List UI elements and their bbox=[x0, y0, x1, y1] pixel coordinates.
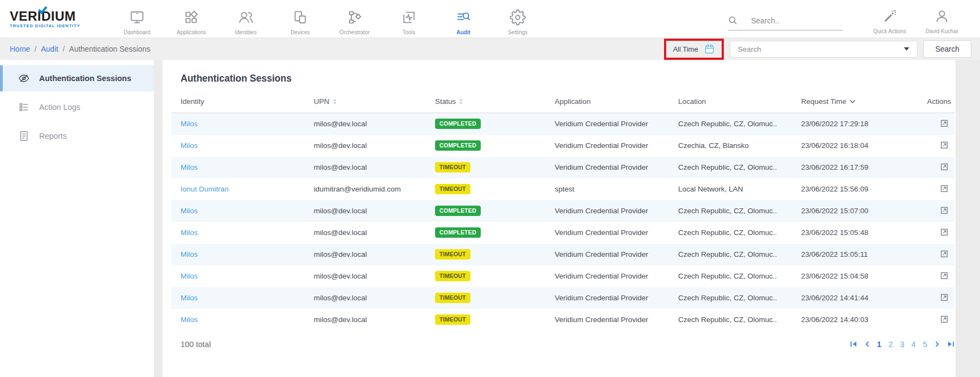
pagination-page-1[interactable]: 1 bbox=[877, 340, 882, 349]
application-cell: sptest bbox=[545, 178, 669, 200]
nav-label: Audit bbox=[456, 29, 470, 35]
breadcrumb: Home / Audit / Authentication Sessions bbox=[10, 45, 151, 53]
pagination-page-4[interactable]: 4 bbox=[911, 340, 916, 349]
nav-label: Applications bbox=[177, 29, 206, 35]
application-cell: Veridium Credential Provider bbox=[545, 287, 669, 309]
nav-item-dashboard[interactable]: Dashboard bbox=[110, 3, 164, 35]
request-time-cell: 23/06/2022 15:05:48 bbox=[792, 222, 910, 244]
table-row: Milos milos@dev.local TIMEOUT Veridium C… bbox=[171, 265, 954, 287]
nav-item-applications[interactable]: Applications bbox=[164, 3, 219, 35]
table-row: Milos milos@dev.local COMPLETED Veridium… bbox=[171, 135, 954, 157]
breadcrumb-home-link[interactable]: Home bbox=[10, 45, 30, 53]
status-badge: TIMEOUT bbox=[435, 271, 470, 281]
column-header-status[interactable]: Status bbox=[426, 91, 545, 113]
open-session-icon[interactable] bbox=[940, 119, 949, 129]
open-session-icon[interactable] bbox=[940, 271, 949, 282]
quick-actions-button[interactable]: Quick Actions bbox=[864, 3, 916, 34]
table-footer: 100 total 12345 bbox=[171, 340, 954, 349]
identity-link[interactable]: Milos bbox=[181, 141, 198, 150]
nav-item-orchestrator[interactable]: Orchestrator bbox=[327, 3, 382, 35]
sidebar-item-authentication-sessions[interactable]: Authentication Sessions bbox=[0, 65, 154, 91]
nav-item-devices[interactable]: Devices bbox=[273, 3, 327, 35]
application-cell: Veridium Credential Provider bbox=[545, 113, 669, 135]
breadcrumb-separator: / bbox=[63, 45, 65, 53]
open-session-icon[interactable] bbox=[940, 249, 949, 260]
identity-link[interactable]: Milos bbox=[181, 120, 198, 128]
breadcrumb-audit-link[interactable]: Audit bbox=[41, 45, 58, 53]
sidebar-item-reports[interactable]: Reports bbox=[0, 123, 154, 149]
status-badge: TIMEOUT bbox=[435, 314, 470, 325]
nav-item-identities[interactable]: Identities bbox=[219, 3, 273, 35]
breadcrumb-bar: Home / Audit / Authentication Sessions A… bbox=[0, 38, 980, 60]
column-header-actions: Actions bbox=[910, 91, 954, 113]
dashboard-icon bbox=[129, 9, 145, 26]
identity-link[interactable]: Milos bbox=[181, 316, 198, 324]
previous-page-icon[interactable] bbox=[865, 341, 869, 347]
application-cell: Veridium Credential Provider bbox=[545, 135, 669, 157]
pagination-page-5[interactable]: 5 bbox=[923, 340, 927, 349]
user-menu[interactable]: David Kuchar bbox=[916, 3, 968, 34]
identity-link[interactable]: Milos bbox=[181, 228, 198, 237]
page-title: Authentication Sessions bbox=[181, 73, 956, 84]
next-page-icon[interactable] bbox=[935, 341, 939, 347]
open-session-icon[interactable] bbox=[940, 314, 949, 325]
location-cell: Czech Republic, CZ, Olomuc.. bbox=[669, 287, 792, 309]
sidebar-item-label: Authentication Sessions bbox=[39, 74, 131, 83]
identity-link[interactable]: Milos bbox=[181, 250, 198, 258]
open-session-icon[interactable] bbox=[940, 162, 949, 173]
request-time-cell: 23/06/2022 15:07:00 bbox=[792, 200, 910, 222]
last-page-icon[interactable] bbox=[947, 341, 954, 347]
open-session-icon[interactable] bbox=[940, 184, 949, 195]
global-search[interactable] bbox=[728, 15, 843, 30]
column-header-request-time[interactable]: Request Time bbox=[792, 91, 910, 113]
global-search-input[interactable] bbox=[751, 16, 833, 25]
time-filter-button[interactable]: All Time bbox=[666, 41, 721, 58]
column-header-upn[interactable]: UPN bbox=[305, 91, 426, 113]
open-session-icon[interactable] bbox=[940, 227, 949, 238]
upn-cell: milos@dev.local bbox=[305, 265, 426, 287]
status-badge: COMPLETED bbox=[435, 206, 481, 216]
request-time-cell: 23/06/2022 14:40:03 bbox=[792, 309, 910, 331]
request-time-cell: 23/06/2022 15:05:11 bbox=[792, 244, 910, 265]
upn-cell: milos@dev.local bbox=[305, 200, 426, 222]
application-cell: Veridium Credential Provider bbox=[545, 157, 669, 178]
veridium-logo[interactable]: VERIDIUM TRUSTED DIGITAL IDENTITY bbox=[10, 10, 96, 28]
nav-item-audit[interactable]: Audit bbox=[436, 3, 491, 35]
location-cell: Czech Republic, CZ, Olomuc.. bbox=[669, 265, 792, 287]
applications-icon bbox=[183, 9, 200, 26]
brand-name: VERIDIUM bbox=[10, 10, 96, 23]
sidebar-item-label: Reports bbox=[39, 132, 67, 140]
table-row: Milos milos@dev.local TIMEOUT Veridium C… bbox=[171, 287, 954, 309]
identity-link[interactable]: Milos bbox=[181, 207, 198, 215]
brand-tagline: TRUSTED DIGITAL IDENTITY bbox=[10, 23, 96, 28]
search-filter-dropdown[interactable]: Search bbox=[730, 41, 917, 58]
identity-link[interactable]: Milos bbox=[181, 163, 198, 171]
location-cell: Czechia, CZ, Blansko bbox=[669, 135, 792, 157]
search-submit-button[interactable]: Search bbox=[923, 40, 971, 58]
table-row: Milos milos@dev.local COMPLETED Veridium… bbox=[171, 200, 954, 222]
table-header-row: Identity UPN Status Application Location… bbox=[171, 91, 954, 113]
nav-item-tools[interactable]: Tools bbox=[382, 3, 436, 35]
pagination: 12345 bbox=[850, 340, 954, 349]
open-session-icon[interactable] bbox=[940, 206, 949, 217]
pagination-page-2[interactable]: 2 bbox=[889, 340, 893, 349]
sort-both-icon bbox=[459, 98, 463, 104]
reports-icon bbox=[18, 130, 30, 142]
upn-cell: milos@dev.local bbox=[305, 135, 426, 157]
open-session-icon[interactable] bbox=[940, 140, 949, 151]
identity-link[interactable]: Milos bbox=[181, 272, 198, 280]
quick-actions-label: Quick Actions bbox=[873, 28, 907, 34]
application-cell: Veridium Credential Provider bbox=[545, 244, 669, 265]
table-row: Milos milos@dev.local TIMEOUT Veridium C… bbox=[171, 244, 954, 265]
nav-item-settings[interactable]: Settings bbox=[491, 3, 545, 35]
identity-link[interactable]: Milos bbox=[181, 294, 198, 302]
first-page-icon[interactable] bbox=[850, 341, 857, 347]
pagination-page-3[interactable]: 3 bbox=[900, 340, 904, 349]
identity-link[interactable]: Ionut Dumitran bbox=[181, 185, 229, 193]
upn-cell: milos@dev.local bbox=[305, 244, 426, 265]
table-row: Milos milos@dev.local COMPLETED Veridium… bbox=[171, 113, 954, 135]
open-session-icon[interactable] bbox=[940, 293, 949, 304]
status-badge: COMPLETED bbox=[435, 227, 481, 238]
sidebar-item-action-logs[interactable]: Action Logs bbox=[0, 94, 154, 120]
audit-icon bbox=[455, 9, 472, 26]
